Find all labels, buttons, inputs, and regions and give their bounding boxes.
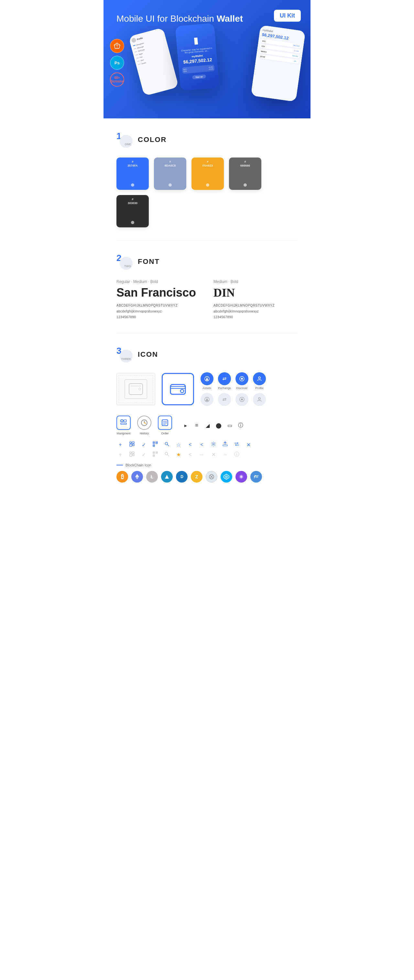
- svg-rect-27: [132, 442, 134, 444]
- font-sf: Regular · Medium · Bold San Francisco AB…: [116, 280, 201, 320]
- iota-icon: [206, 471, 217, 482]
- font-section: 2 TWO FONT Regular · Medium · Bold San F…: [104, 241, 310, 333]
- svg-line-37: [167, 445, 169, 446]
- gear-icon: [210, 441, 217, 448]
- check-gray-icon: ✓: [140, 452, 148, 458]
- svg-point-14: [241, 398, 243, 401]
- color-swatch-gray: #666666: [229, 158, 261, 190]
- qtum-icon: [221, 471, 232, 482]
- phones-container: Profile Mangment Message Ref/Cofer Night…: [116, 28, 298, 92]
- management-icon: [116, 415, 131, 430]
- ui-kit-badge: UI Kit: [274, 10, 301, 22]
- forward-gray-icon: →: [221, 452, 229, 458]
- bitcoin-icon: ₿: [116, 471, 128, 482]
- font-grid: Regular · Medium · Bold San Francisco AB…: [116, 280, 298, 320]
- svg-rect-50: [154, 455, 154, 456]
- svg-rect-22: [162, 420, 168, 426]
- svg-line-52: [167, 455, 169, 456]
- star-icon: ☆: [175, 442, 182, 448]
- wallet-blueprint-outer: [116, 373, 155, 405]
- color-swatch-dark: #303030: [116, 195, 149, 228]
- wallet-icon-filled: [162, 373, 194, 405]
- zcash-icon: Z: [191, 471, 202, 482]
- svg-point-15: [258, 398, 260, 399]
- upload-icon: [221, 441, 229, 448]
- search-icon: [163, 441, 171, 448]
- svg-rect-26: [130, 442, 131, 444]
- management-icon-item: Mangment: [116, 415, 131, 435]
- hero-title: Mobile UI for Blockchain Wallet: [116, 13, 298, 25]
- font-section-header: 2 TWO FONT: [116, 254, 298, 270]
- sky-icon: [250, 471, 262, 482]
- small-icons-gray-row: + ✓ ★ < ↔ ✕ → ⓘ: [116, 451, 298, 458]
- check-icon: ✓: [140, 442, 148, 448]
- phone-right: myWallet $6,297,502.12 BTC788.2003 ETH12…: [251, 25, 305, 102]
- svg-rect-33: [154, 442, 154, 443]
- phone-left: Profile Mangment Message Ref/Cofer Night…: [128, 27, 178, 96]
- matic-icon: [236, 471, 247, 482]
- order-icon: [158, 415, 172, 430]
- sf-upper: ABCDEFGHIJKLMNOPQRSTUVWXYZ abcdefghijklm…: [116, 303, 201, 320]
- phone-center: ▮ Character may be masterred in the grea…: [175, 23, 220, 91]
- order-icon-item: Order: [158, 415, 172, 435]
- close-icon: ✕: [245, 442, 252, 448]
- speech-icon: ▭: [226, 422, 234, 428]
- icon-title: ICON: [138, 350, 158, 359]
- grid-icon: [128, 441, 136, 448]
- icon-section-header: 3 THREE ICON: [116, 347, 298, 363]
- nav-discover-gray: [236, 393, 248, 406]
- svg-rect-16: [121, 420, 123, 422]
- nav-discover: Discover: [236, 372, 248, 390]
- din-style-label: Medium · Bold: [213, 280, 298, 284]
- info-gray-icon: ⓘ: [233, 451, 240, 458]
- sf-style-label: Regular · Medium · Bold: [116, 280, 201, 284]
- svg-point-51: [165, 452, 168, 455]
- svg-rect-29: [132, 444, 134, 446]
- share-icon: <: [198, 442, 206, 448]
- nav-icons-gray-row: [201, 393, 266, 406]
- nav-exchange: Exchange: [218, 372, 231, 390]
- color-section-number: 1 ONE: [116, 132, 132, 148]
- svg-marker-7: [206, 377, 208, 380]
- blockchain-label-row: BlockChain Icon: [116, 463, 298, 467]
- svg-rect-41: [130, 452, 131, 453]
- nav-assets-gray: [201, 393, 213, 406]
- svg-rect-39: [223, 445, 228, 446]
- chevron-left-gray-icon: <: [186, 452, 194, 458]
- small-icons-blue-row: + ✓ ☆ < < ✕: [116, 441, 298, 448]
- icon-main-row: Assets Exchange Discover: [116, 372, 298, 406]
- icon-section-number: 3 THREE: [116, 347, 132, 363]
- circle-icon: ⬤: [215, 422, 223, 428]
- nav-profile: Profile: [253, 372, 266, 390]
- svg-rect-35: [154, 445, 154, 446]
- chevron-left-icon: <: [186, 442, 194, 448]
- din-upper: ABCDEFGHIJKLMNOPQRSTUVWXYZ abcdefghijklm…: [213, 303, 298, 320]
- color-title: COLOR: [138, 135, 167, 144]
- svg-rect-18: [124, 420, 126, 422]
- hero-section: Mobile UI for Blockchain Wallet UI Kit P…: [104, 0, 310, 118]
- crypto-icons-row: ₿ Ł D Z: [116, 471, 298, 482]
- bottom-icons-row: Mangment History: [116, 415, 298, 435]
- svg-point-10: [258, 377, 260, 379]
- qr-icon: [151, 441, 159, 448]
- svg-rect-43: [130, 454, 132, 457]
- color-section-header: 1 ONE COLOR: [116, 132, 298, 148]
- svg-rect-17: [121, 423, 126, 424]
- grid-gray-icon: [128, 452, 136, 458]
- layers-icon: ≡: [193, 422, 201, 428]
- svg-rect-34: [156, 442, 157, 443]
- din-name: DIN: [213, 286, 298, 299]
- small-icons-section: + ✓ ☆ < < ✕: [116, 441, 298, 458]
- search-gray-icon: [163, 452, 171, 458]
- history-icon: [137, 415, 151, 430]
- svg-rect-48: [154, 452, 154, 453]
- misc-icons-row1: ▸ ≡ ◢ ⬤ ▭ ⓘ: [182, 422, 245, 429]
- waves-icon: [161, 471, 173, 482]
- hero-title-text: Mobile UI for Blockchain: [116, 14, 217, 24]
- color-swatch-grayblue: #8DA0C8: [154, 158, 186, 190]
- svg-rect-42: [132, 452, 134, 453]
- svg-marker-12: [206, 398, 208, 401]
- moon-icon: ◢: [204, 422, 212, 428]
- svg-rect-4: [170, 387, 185, 388]
- font-din: Medium · Bold DIN ABCDEFGHIJKLMNOPQRSTUV…: [213, 280, 298, 320]
